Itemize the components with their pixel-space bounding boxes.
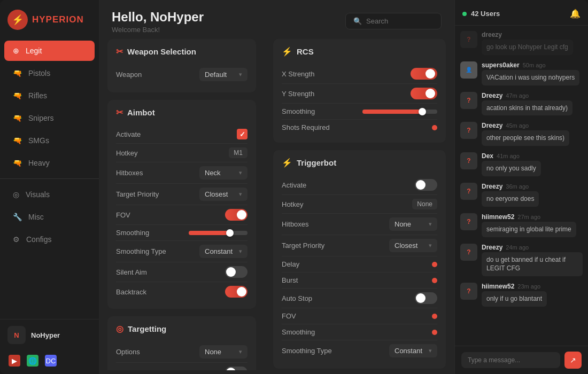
tb-hitboxes-value: None [394, 220, 411, 228]
message-header: dreezy [482, 31, 573, 38]
tb-delay-label: Delay [282, 260, 299, 268]
youtube-icon[interactable]: ▶ [9, 355, 20, 367]
silent-aim-toggle[interactable] [225, 266, 247, 278]
avatar: ? [460, 244, 477, 261]
chevron-down-icon: ▾ [239, 169, 242, 176]
sidebar-item-configs[interactable]: ⚙ Configs [4, 229, 95, 250]
toggle-knob [425, 89, 435, 98]
tb-activate-toggle[interactable] [415, 179, 437, 191]
globe-icon[interactable]: 🌐 [27, 355, 38, 367]
tb-hitboxes-dropdown[interactable]: None ▾ [389, 217, 437, 231]
rcs-smoothing-slider[interactable] [362, 110, 437, 114]
bell-icon[interactable]: 🔔 [570, 9, 581, 19]
tb-auto-stop-toggle[interactable] [415, 292, 437, 304]
sidebar-item-visuals[interactable]: ◎ Visuals [4, 184, 95, 205]
tb-fov-dot [432, 314, 437, 319]
options-label: Options [116, 348, 140, 356]
avatar: ? [460, 152, 477, 169]
x-strength-toggle[interactable] [411, 68, 437, 80]
tb-hotkey-label: Hotkey [282, 200, 303, 208]
message-header: supers0aker 50m ago [482, 61, 579, 69]
discord-icon[interactable]: DC [45, 355, 57, 367]
tb-smoothing-type-value: Constant [394, 347, 422, 355]
tb-target-priority-dropdown[interactable]: Closest ▾ [389, 239, 437, 252]
visuals-icon: ◎ [13, 190, 19, 199]
left-column: ✂ Weapon Selection Weapon Default ▾ ✂ Ai… [99, 39, 265, 370]
sidebar-item-rifles[interactable]: 🔫 Rifles [4, 85, 95, 106]
message-content: Dreezy 24m ago do u get banned if u chea… [482, 244, 583, 277]
chevron-down-icon: ▾ [239, 348, 242, 355]
target-priority-dropdown[interactable]: Closest ▾ [199, 188, 247, 201]
slider-thumb [226, 229, 234, 237]
chat-username: dreezy [482, 31, 502, 38]
options-dropdown[interactable]: None ▾ [199, 345, 247, 359]
tb-hitboxes-label: Hitboxes [282, 220, 309, 228]
chat-message: ? dreezy go look up Nohyper Legit cfg [460, 31, 583, 55]
avatar: N [7, 326, 26, 344]
hotkey-badge[interactable]: M1 [229, 147, 247, 158]
sidebar-item-snipers[interactable]: 🔫 Snipers [4, 108, 95, 128]
fov-toggle[interactable] [225, 209, 247, 221]
auto-stop-row: Auto Stop [116, 363, 247, 370]
sidebar-item-label: Legit [26, 46, 42, 55]
slider-thumb [419, 108, 426, 115]
avatar: ? [460, 92, 477, 109]
send-button[interactable]: ↗ [564, 352, 582, 369]
sidebar-item-pistols[interactable]: 🔫 Pistols [4, 63, 95, 83]
hitboxes-dropdown[interactable]: Neck ▾ [199, 166, 247, 180]
tb-delay-dot [432, 262, 437, 267]
sidebar-item-misc[interactable]: 🔧 Misc [4, 207, 95, 227]
activate-row: Activate ✓ [116, 125, 247, 144]
chat-input[interactable] [461, 352, 560, 368]
silent-aim-label: Silent Aim [116, 268, 147, 276]
message-text: other people see this skins) [482, 130, 569, 146]
tb-fov-row: FOV [282, 308, 437, 324]
snipers-icon: 🔫 [13, 114, 22, 122]
smoothing-slider[interactable] [189, 231, 247, 235]
top-bar: Hello, NoHyper Welcome Back! 🔍 [99, 0, 454, 39]
weapon-label: Weapon [116, 71, 142, 79]
smoothing-type-dropdown[interactable]: Constant ▾ [199, 245, 247, 258]
search-bar[interactable]: 🔍 [345, 13, 442, 29]
options-value: None [205, 348, 221, 356]
chat-message: ? hiimnew52 27m ago semiraging in global… [460, 213, 583, 237]
tb-hitboxes-row: Hitboxes None ▾ [282, 214, 437, 235]
backtrack-toggle[interactable] [225, 286, 247, 298]
triggerbot-card: ⚡ Triggerbot Activate Hotkey None Hitbox… [273, 150, 446, 369]
sidebar-item-legit[interactable]: ⊕ Legit [4, 41, 95, 61]
toggle-knob [416, 180, 425, 190]
activate-checkbox[interactable]: ✓ [237, 129, 247, 139]
search-input[interactable] [366, 17, 430, 25]
weapon-dropdown[interactable]: Default ▾ [199, 68, 247, 81]
sidebar-item-label: Visuals [26, 190, 50, 199]
app-name: HYPERION [32, 14, 84, 25]
backtrack-label: Backtrack [116, 288, 146, 296]
rcs-title: RCS [297, 47, 314, 56]
rcs-smoothing-label: Smoothing [282, 107, 315, 115]
rcs-header: ⚡ RCS [282, 46, 437, 57]
x-strength-label: X Strength [282, 70, 314, 78]
target-priority-label: Target Priority [116, 190, 159, 198]
sidebar-item-smgs[interactable]: 🔫 SMGs [4, 130, 95, 151]
auto-stop-toggle[interactable] [225, 367, 247, 370]
main-content: Hello, NoHyper Welcome Back! 🔍 ✂ Weapon … [99, 0, 454, 374]
aimbot-header: ✂ Aimbot [116, 107, 247, 118]
y-strength-row: Y Strength [282, 84, 437, 104]
aimbot-card: ✂ Aimbot Activate ✓ Hotkey M1 Hitboxes N… [107, 100, 256, 309]
target-priority-row: Target Priority Closest ▾ [116, 184, 247, 205]
smoothing-label: Smoothing [116, 229, 149, 237]
message-content: hiimnew52 23m ago only if u go blantant [482, 283, 547, 307]
tb-hotkey-badge[interactable]: None [412, 199, 437, 209]
user-area: N NoHyper [0, 320, 99, 350]
targetting-card: ◎ Targetting Options None ▾ Auto Stop [107, 316, 256, 370]
targetting-icon: ◎ [116, 324, 123, 334]
chat-username: Dex [482, 152, 493, 160]
message-text: no eeryone does [482, 191, 539, 207]
y-strength-toggle[interactable] [411, 88, 437, 99]
rifles-icon: 🔫 [13, 91, 22, 100]
sidebar-item-heavy[interactable]: 🔫 Heavy [4, 153, 95, 173]
chat-message: ? Dreezy 45m ago other people see this s… [460, 122, 583, 146]
shots-required-row: Shots Required [282, 120, 437, 135]
tb-smoothing-type-dropdown[interactable]: Constant ▾ [389, 344, 437, 357]
message-header: Dex 41m ago [482, 152, 541, 160]
